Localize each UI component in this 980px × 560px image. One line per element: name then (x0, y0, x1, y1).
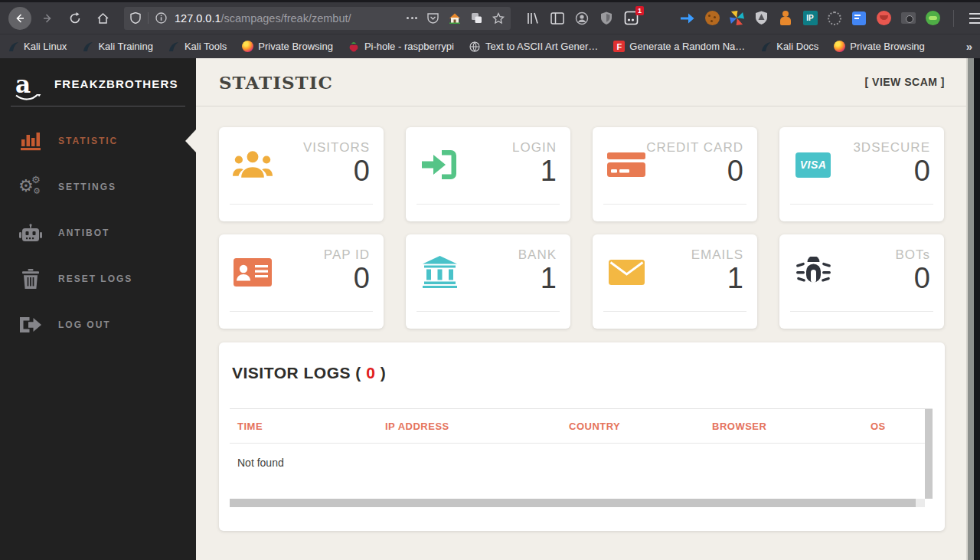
empty-state-text: Not found (230, 444, 933, 469)
credit-card-icon (606, 147, 646, 182)
toolbar-extensions: 1 IP (524, 10, 980, 27)
card-bank: BANK 1 (406, 234, 570, 329)
home-page-action-icon[interactable] (449, 12, 461, 24)
card-bots: BOTs 0 (779, 234, 944, 329)
info-icon[interactable] (155, 12, 167, 24)
page-actions-icon[interactable] (407, 17, 417, 19)
sidebar-nav: STATISTIC ⚙⚙⚙ SETTINGS ANTIBOT RESET LOG… (0, 106, 196, 348)
brand-name: FREAKZBROTHERS (54, 77, 178, 90)
raspberry-icon (348, 41, 360, 52)
send-arrow-icon[interactable] (679, 10, 696, 27)
browser-toolbar: 127.0.0.1/scampages/freak/zembut/ 1 (0, 2, 980, 34)
table-horizontal-scrollbar[interactable] (230, 499, 925, 507)
sidebar-item-settings[interactable]: ⚙⚙⚙ SETTINGS (0, 164, 196, 210)
monster-extension-icon[interactable] (875, 10, 892, 27)
script-blocker-icon[interactable] (728, 10, 745, 27)
column-browser: BROWSER (712, 421, 871, 432)
sidebar-item-reset-logs[interactable]: RESET LOGS (0, 256, 196, 302)
home-button[interactable] (91, 7, 114, 30)
tracking-shield-icon[interactable] (130, 12, 141, 24)
bookmark-star-icon[interactable] (492, 12, 505, 25)
screenshot-icon[interactable] (900, 10, 916, 27)
firefox-icon (242, 41, 253, 52)
sidebar-item-antibot[interactable]: ANTIBOT (0, 210, 196, 256)
view-scam-link[interactable]: [ VIEW SCAM ] (865, 76, 946, 88)
url-text[interactable]: 127.0.0.1/scampages/freak/zembut/ (175, 12, 402, 25)
menu-icon[interactable] (969, 13, 980, 24)
url-host: 127.0.0.1 (175, 12, 220, 25)
letter-f-icon: F (613, 41, 625, 52)
sidebar-item-statistic[interactable]: STATISTIC (0, 118, 196, 164)
library-icon[interactable] (524, 10, 541, 27)
firefox-icon (834, 41, 845, 52)
bookmark-private-browsing[interactable]: Private Browsing (242, 41, 333, 52)
users-icon (233, 147, 273, 182)
ip-lookup-icon[interactable]: IP (802, 10, 818, 27)
extension-badge: 1 (635, 6, 644, 15)
ghostery-shield-icon[interactable] (753, 10, 769, 27)
visa-icon: VISA (793, 147, 833, 182)
cookie-extension-icon[interactable] (704, 10, 720, 27)
sidebar: a FREAKZBROTHERS STATISTIC ⚙⚙⚙ SETTINGS (0, 58, 196, 560)
bookmark-ascii-art[interactable]: Text to ASCII Art Gener… (469, 41, 598, 52)
visitor-logs-title: VISITOR LOGS ( 0 ) (232, 364, 386, 382)
containers-icon[interactable]: 1 (622, 10, 639, 27)
page-scrollbar[interactable] (966, 58, 980, 560)
logs-count: 0 (366, 364, 375, 382)
main-panel: STATISTIC [ VIEW SCAM ] VISITORS 0 LOGIN… (196, 58, 980, 560)
card-pap-id: PAP ID 0 (219, 234, 384, 329)
bookmark-pihole[interactable]: Pi-hole - raspberrypi (348, 41, 454, 52)
kali-dragon-icon (168, 41, 180, 52)
permissions-shield-icon[interactable] (598, 10, 615, 27)
bookmark-kali-docs[interactable]: Kali Docs (760, 41, 818, 52)
envelope-icon (606, 254, 646, 290)
bug-icon (793, 254, 833, 290)
gears-icon: ⚙⚙⚙ (18, 176, 43, 198)
forward-button[interactable] (36, 7, 59, 30)
account-icon[interactable] (573, 10, 590, 27)
column-os: OS (871, 421, 933, 432)
vpn-toggle-icon[interactable] (924, 10, 941, 27)
sidebar-item-logout[interactable]: LOG OUT (0, 302, 196, 348)
page-title: STATISTIC (219, 72, 333, 93)
bookmark-random-name[interactable]: F Generate a Random Na… (613, 41, 745, 52)
site-identity (130, 12, 149, 24)
bookmark-kali-tools[interactable]: Kali Tools (168, 41, 227, 52)
reload-button[interactable] (64, 7, 87, 30)
url-path: /scampages/freak/zembut/ (220, 12, 351, 25)
column-country: COUNTRY (569, 421, 712, 432)
brand: a FREAKZBROTHERS (0, 58, 196, 100)
card-login: LOGIN 1 (406, 127, 570, 221)
visitor-logs-table: TIME IP ADDRESS COUNTRY BROWSER OS Not f… (230, 408, 933, 469)
sidebar-panel-icon[interactable] (549, 10, 566, 27)
page-header: STATISTIC [ VIEW SCAM ] (196, 58, 980, 106)
visitor-logs-card: VISITOR LOGS ( 0 ) TIME IP ADDRESS COUNT… (219, 342, 945, 531)
table-header-row: TIME IP ADDRESS COUNTRY BROWSER OS (230, 409, 933, 444)
column-time: TIME (237, 421, 385, 432)
card-credit-card: CREDIT CARD 0 (593, 127, 757, 221)
url-bar[interactable]: 127.0.0.1/scampages/freak/zembut/ (124, 7, 511, 30)
back-button[interactable] (8, 7, 31, 30)
pocket-icon[interactable] (427, 13, 439, 24)
kali-dragon-icon (8, 41, 19, 52)
card-visitors: VISITORS 0 (219, 127, 384, 221)
trash-icon (18, 268, 43, 290)
column-ip-address: IP ADDRESS (385, 421, 569, 432)
bookmark-kali-training[interactable]: Kali Training (82, 41, 153, 52)
bookmarks-overflow-chevron[interactable]: » (966, 40, 972, 53)
active-item-notch (185, 129, 196, 152)
toolbar-divider (953, 10, 954, 27)
table-vertical-scrollbar[interactable] (925, 409, 933, 499)
bookmark-kali-linux[interactable]: Kali Linux (8, 41, 67, 52)
privacy-ring-icon[interactable] (826, 10, 843, 27)
card-emails: EMAILS 1 (593, 234, 757, 329)
bookmark-private-browsing-2[interactable]: Private Browsing (834, 41, 925, 52)
page-content: a FREAKZBROTHERS STATISTIC ⚙⚙⚙ SETTINGS (0, 58, 980, 560)
translate-page-icon[interactable] (471, 12, 482, 24)
stat-cards: VISITORS 0 LOGIN 1 CREDIT CARD 0 (219, 127, 944, 329)
bank-icon (420, 254, 459, 290)
amazon-logo-icon: a (15, 73, 41, 96)
proxy-figure-icon[interactable] (777, 10, 794, 27)
bar-chart-icon (18, 130, 43, 152)
translate-extension-icon[interactable] (851, 10, 867, 27)
